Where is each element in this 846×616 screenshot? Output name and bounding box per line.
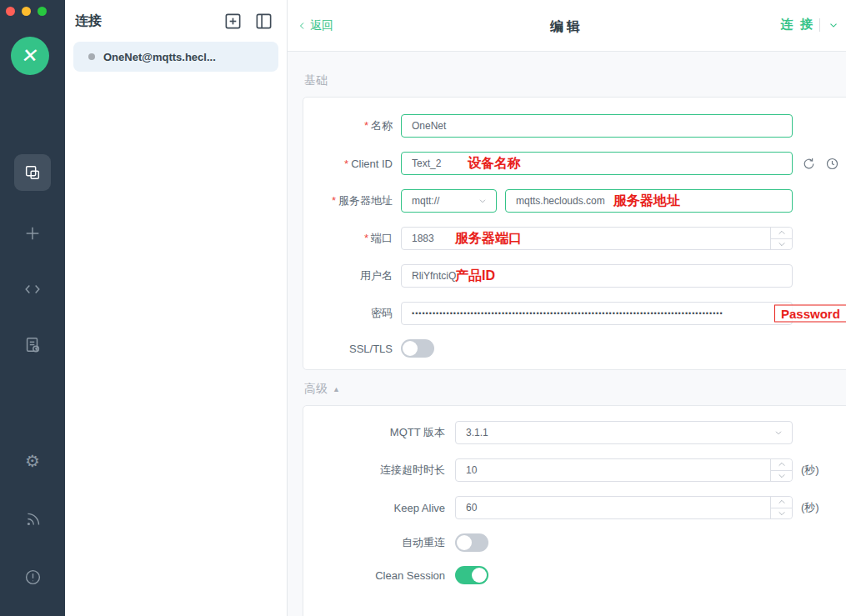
connections-panel-title: 连接 bbox=[75, 13, 223, 30]
window-controls bbox=[6, 7, 47, 16]
caret-down-icon bbox=[778, 473, 786, 479]
connect-timeout-label: 连接超时时长 bbox=[303, 463, 445, 478]
chevron-down-icon bbox=[478, 196, 488, 206]
connection-name: OneNet@mqtts.hecl... bbox=[103, 51, 216, 63]
sidebar-item-about[interactable] bbox=[14, 558, 51, 595]
nav-rail: ✕ ⚙ bbox=[0, 0, 65, 616]
mqttx-window: ✕ ⚙ bbox=[0, 0, 846, 616]
clean-session-toggle[interactable] bbox=[455, 566, 488, 584]
connect-timeout-stepper bbox=[770, 459, 792, 481]
decrease-button[interactable] bbox=[771, 239, 792, 250]
code-icon bbox=[23, 280, 42, 298]
decrease-button[interactable] bbox=[771, 508, 792, 519]
required-mark: * bbox=[364, 232, 368, 244]
increase-button[interactable] bbox=[771, 228, 792, 239]
auto-reconnect-toggle[interactable] bbox=[455, 533, 488, 552]
port-label: *端口 bbox=[303, 231, 393, 246]
caret-down-icon bbox=[778, 510, 786, 517]
field-row-ssl: SSL/TLS bbox=[303, 339, 846, 358]
client-id-history-button[interactable] bbox=[825, 157, 839, 171]
sidebar-item-settings[interactable]: ⚙ bbox=[14, 443, 51, 479]
clean-session-label: Clean Session bbox=[303, 569, 445, 582]
keep-alive-stepper bbox=[770, 497, 792, 518]
panel-layout-icon bbox=[254, 12, 273, 31]
required-mark: * bbox=[344, 158, 348, 170]
field-row-keep-alive: Keep Alive (秒) bbox=[303, 496, 846, 519]
connect-timeout-input[interactable] bbox=[455, 458, 793, 482]
decrease-button[interactable] bbox=[771, 471, 792, 482]
field-row-client-id: *Client ID 设备名称 bbox=[303, 152, 846, 175]
edit-panel: 返回 编辑 连 接 基础 *名称 bbox=[288, 0, 846, 616]
sidebar-item-script[interactable] bbox=[14, 271, 51, 308]
plus-icon bbox=[23, 224, 42, 243]
name-input[interactable] bbox=[401, 114, 793, 138]
field-row-port: *端口 服务器端口 bbox=[303, 227, 846, 250]
gear-icon: ⚙ bbox=[25, 453, 40, 469]
advanced-card: MQTT 版本 3.1.1 连接超时时长 bbox=[303, 405, 846, 616]
username-input[interactable] bbox=[401, 264, 793, 288]
port-stepper bbox=[770, 228, 792, 249]
caret-down-icon bbox=[778, 241, 786, 248]
protocol-value: mqtt:// bbox=[412, 195, 439, 207]
host-label: *服务器地址 bbox=[303, 193, 393, 208]
edit-form-scroll-area[interactable]: 基础 *名称 *Client ID 设备名称 bbox=[288, 52, 846, 616]
mqtt-version-select[interactable]: 3.1.1 bbox=[455, 421, 793, 444]
mqttx-logo: ✕ bbox=[11, 37, 49, 75]
sidebar-item-log[interactable] bbox=[14, 327, 51, 363]
keep-alive-label: Keep Alive bbox=[303, 502, 445, 514]
field-row-clean-session: Clean Session bbox=[303, 566, 846, 584]
chevron-down-icon bbox=[828, 19, 839, 31]
rss-icon bbox=[24, 510, 42, 528]
connect-button[interactable]: 连 接 bbox=[781, 17, 814, 33]
connection-list-item[interactable]: OneNet@mqtts.hecl... bbox=[73, 42, 278, 72]
new-connection-button[interactable] bbox=[223, 12, 243, 31]
caret-up-icon bbox=[778, 229, 786, 236]
info-circle-icon bbox=[24, 568, 42, 586]
keep-alive-unit: (秒) bbox=[801, 500, 819, 515]
edit-header: 返回 编辑 连 接 bbox=[288, 0, 846, 52]
logo-x-glyph: ✕ bbox=[20, 44, 40, 68]
required-mark: * bbox=[332, 194, 336, 207]
connect-dropdown-button[interactable] bbox=[828, 19, 839, 31]
connections-panel-header: 连接 bbox=[65, 0, 287, 31]
port-input[interactable] bbox=[401, 227, 793, 250]
refresh-icon bbox=[802, 157, 816, 171]
connect-timeout-unit: (秒) bbox=[801, 463, 819, 478]
password-masked-value: ••••••••••••••••••••••••••••••••••••••••… bbox=[412, 309, 723, 318]
required-mark: * bbox=[364, 119, 368, 132]
field-row-username: 用户名 产品ID bbox=[303, 264, 846, 288]
ssl-label: SSL/TLS bbox=[303, 343, 393, 355]
chevron-down-icon bbox=[773, 428, 783, 438]
field-row-mqtt-version: MQTT 版本 3.1.1 bbox=[303, 421, 846, 444]
close-window-button[interactable] bbox=[6, 7, 15, 16]
host-input[interactable] bbox=[505, 189, 793, 213]
refresh-client-id-button[interactable] bbox=[802, 157, 816, 171]
keep-alive-input[interactable] bbox=[455, 496, 793, 519]
caret-up-icon bbox=[778, 498, 786, 505]
page-title: 编辑 bbox=[288, 18, 846, 36]
minimize-window-button[interactable] bbox=[22, 7, 31, 16]
field-row-connect-timeout: 连接超时时长 (秒) bbox=[303, 458, 846, 482]
collapse-panel-button[interactable] bbox=[254, 12, 273, 31]
ssl-toggle[interactable] bbox=[401, 339, 434, 358]
field-row-auto-reconnect: 自动重连 bbox=[303, 533, 846, 552]
collapse-up-icon: ▲ bbox=[333, 385, 340, 393]
sidebar-item-connections[interactable] bbox=[14, 154, 51, 191]
password-input[interactable]: ••••••••••••••••••••••••••••••••••••••••… bbox=[401, 302, 793, 325]
plus-square-icon bbox=[223, 12, 243, 31]
mqtt-version-value: 3.1.1 bbox=[466, 427, 488, 438]
basic-section-title: 基础 bbox=[304, 73, 846, 88]
divider bbox=[819, 18, 820, 32]
protocol-select[interactable]: mqtt:// bbox=[401, 189, 497, 213]
password-label: 密码 bbox=[303, 306, 393, 321]
sidebar-item-new-connection[interactable] bbox=[14, 215, 51, 252]
sidebar-item-news[interactable] bbox=[14, 500, 51, 537]
increase-button[interactable] bbox=[771, 459, 792, 471]
increase-button[interactable] bbox=[771, 497, 792, 508]
connections-panel: 连接 OneNet@mqtts.hecl... bbox=[65, 0, 288, 616]
log-file-icon bbox=[23, 336, 42, 354]
maximize-window-button[interactable] bbox=[38, 7, 47, 16]
client-id-input[interactable] bbox=[401, 152, 793, 175]
advanced-section-title[interactable]: 高级 ▲ bbox=[304, 382, 846, 397]
field-row-host: *服务器地址 mqtt:// 服务器地址 bbox=[303, 189, 846, 213]
